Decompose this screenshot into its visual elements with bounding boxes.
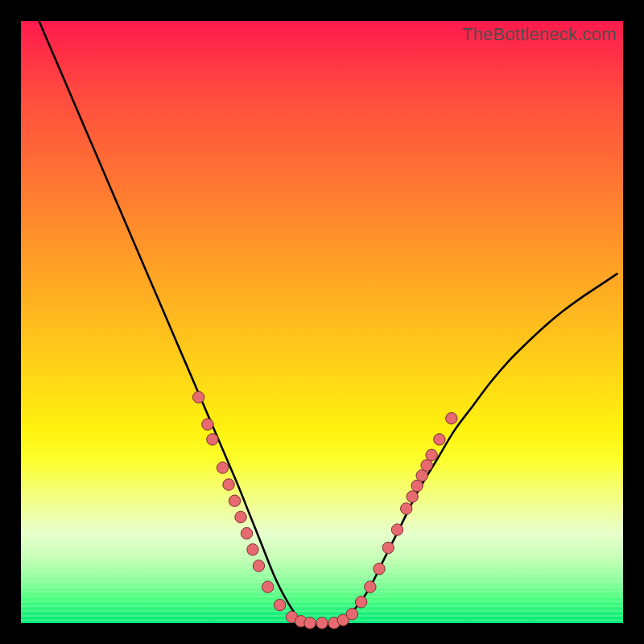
highlight-dot [426, 449, 437, 460]
highlight-dot [416, 470, 427, 481]
highlight-dot [229, 495, 240, 506]
curve-svg [21, 21, 623, 623]
highlight-dot [241, 527, 252, 539]
highlight-dot [316, 617, 328, 629]
highlight-dot [391, 524, 402, 535]
highlight-dot [262, 581, 273, 592]
highlight-dot [217, 462, 228, 473]
highlight-dot [401, 503, 412, 514]
highlight-dot [235, 511, 246, 522]
highlight-dot [407, 491, 418, 502]
highlight-dot [247, 544, 258, 555]
highlight-dot [346, 609, 357, 620]
highlight-dot [374, 563, 385, 574]
highlight-dot [411, 480, 423, 491]
highlight-dot [304, 617, 316, 629]
bottleneck-curve [39, 21, 617, 624]
highlight-dot [202, 419, 213, 430]
highlight-dot [207, 434, 218, 445]
highlight-dot [355, 597, 366, 608]
highlight-dot [253, 560, 264, 572]
highlight-dot [446, 412, 457, 423]
highlight-dot [382, 542, 394, 553]
highlight-dot [192, 391, 204, 402]
highlight-dot [421, 460, 432, 471]
highlight-dot [223, 479, 234, 490]
chart-frame: TheBottleneck.com [0, 0, 644, 644]
plot-area: TheBottleneck.com [21, 21, 623, 623]
highlight-dots [192, 391, 457, 629]
highlight-dot [365, 581, 376, 592]
highlight-dot [434, 434, 445, 445]
watermark-text: TheBottleneck.com [462, 24, 617, 45]
highlight-dot [274, 599, 285, 610]
